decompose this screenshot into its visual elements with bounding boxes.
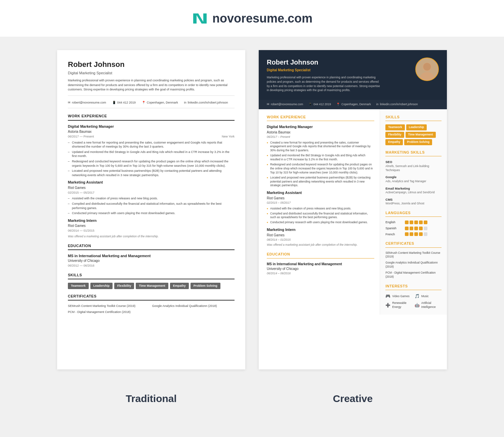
creative-phone: 📱 044 412 2019 [308, 103, 331, 107]
trad-location: 📍 Copenhagen, Denmark [142, 101, 178, 105]
trad-cert-2: Google Analytics Individual Qualificatio… [152, 304, 235, 308]
svg-marker-0 [193, 13, 207, 24]
trad-job3-title: Marketing Intern [68, 218, 235, 223]
email-icon: ✉ [68, 101, 71, 105]
trad-certs-title: CERTIFICATES [68, 294, 235, 301]
avatar [415, 57, 439, 81]
trad-job1-bullet-3: Redesigned and conducted keyword researc… [68, 159, 235, 168]
french-dots [405, 232, 427, 236]
trad-contact: ✉ robert@novoresume.com 📱 044 412 2019 📍… [68, 101, 235, 109]
creative-job2-bullets: Assisted with the creation of press rele… [267, 207, 374, 225]
trad-job3-note: Was offered a marketing assistant job af… [68, 235, 235, 239]
trad-education-1: MS in International Marketing and Manage… [68, 253, 235, 268]
location-icon: 📍 [336, 103, 340, 107]
dot [405, 221, 409, 224]
creative-cert-3: PCM - Digital Management Certification (… [385, 271, 442, 279]
trad-job2-bullets: Assisted with the creation of press rele… [68, 196, 235, 215]
logo-text: novoresume.com [212, 11, 312, 26]
trad-summary: Marketing professional with proven exper… [68, 78, 235, 96]
novoresume-logo-icon [192, 10, 208, 27]
dot [410, 232, 413, 236]
trad-skill-3: Flexibility [114, 283, 134, 289]
dot [414, 227, 418, 230]
creative-header-left: Robert Johnson Digital Marketing Special… [267, 57, 410, 92]
creative-skill-1: Teamwork [385, 124, 405, 130]
trad-skills-title: SKILLS [68, 273, 235, 279]
trad-skill-2: Leadership [90, 283, 113, 289]
dot [424, 232, 427, 236]
creative-marketing-skills: SEO Ahrefs, Semrush and Link-building Te… [385, 160, 442, 206]
language-french: French [385, 232, 442, 237]
interest-ai: 🤖 Artificial Intelligence [415, 301, 442, 309]
creative-work-section-title: WORK EXPERIENCE [267, 115, 374, 121]
creative-email: ✉ robert@novoresume.com [267, 103, 303, 107]
creative-edu-school: University of Chicago [267, 267, 374, 271]
email-icon: ✉ [267, 103, 269, 107]
trad-skill-5: Empathy [170, 283, 189, 289]
creative-cert-1: SEMrush Content Marketing Toolkit Course… [385, 251, 442, 259]
creative-linkedin: in linkedin.com/in/robert.johnson [376, 103, 418, 107]
creative-job3-company: Riot Games [267, 233, 374, 238]
creative-job3-title: Marketing Intern [267, 227, 374, 232]
interest-video-games: 🎮 Video Games [385, 293, 412, 299]
creative-job-3: Marketing Intern Riot Games 08/2014 – 01… [267, 227, 374, 247]
phone-icon: 📱 [112, 101, 116, 105]
dot [424, 221, 427, 224]
avatar-image [416, 57, 438, 81]
dot [405, 227, 409, 230]
creative-label: Creative [259, 393, 447, 404]
dot [419, 232, 423, 236]
language-english: English [385, 220, 442, 225]
trad-job2-bullet-2: Compiled and distributed successfully th… [68, 202, 235, 210]
creative-mktg-4: CMS WordPress, Joomla and Ghost [385, 197, 442, 206]
creative-skill-4: Time Management [406, 132, 436, 138]
creative-job1-dates: 06/2017 – Present [267, 135, 374, 139]
trad-job1-bullet-4: Located and proposed new potential busin… [68, 169, 235, 177]
main-content: Robert Johnson Digital Marketing Special… [0, 37, 504, 383]
creative-job2-bullet-2: Compiled and distributed successfully th… [267, 212, 374, 220]
trad-job-title: Digital Marketing Specialist [68, 71, 235, 76]
creative-summary: Marketing professional with proven exper… [267, 75, 381, 92]
trad-job2-bullet-3: Conducted primary research with users pl… [68, 211, 235, 215]
trad-job3-dates: 06/2014 — 01/2015 [68, 229, 235, 233]
trad-job1-company: Astoria Baumax [68, 129, 235, 134]
trad-cert-3: PCM - Digital Management Certification (… [68, 310, 151, 314]
trad-name: Robert Johnson [68, 59, 235, 70]
dot [410, 227, 413, 230]
creative-left-column: WORK EXPERIENCE Digital Marketing Manage… [259, 109, 380, 315]
traditional-resume: Robert Johnson Digital Marketing Special… [57, 50, 245, 369]
linkedin-icon: in [376, 103, 379, 107]
trad-linkedin: in linkedin.com/in/robert.johnson [184, 101, 228, 105]
creative-location: 📍 Copenhagen, Denmark [336, 103, 371, 107]
interest-music: 🎵 Music [415, 293, 442, 299]
dot [410, 221, 413, 224]
creative-skill-5: Empathy [385, 139, 403, 145]
trad-job-1: Digital Marketing Manager Astoria Baumax… [68, 124, 235, 177]
ai-icon: 🤖 [415, 303, 420, 308]
trad-job-3: Marketing Intern Riot Games 06/2014 — 01… [68, 218, 235, 239]
trad-edu-dates: 06/2012 — 06/2016 [68, 264, 235, 268]
trad-job2-title: Marketing Assistant [68, 180, 235, 185]
creative-interests-title: INTERESTS [385, 284, 442, 290]
creative-job2-bullet-3: Conducted primary research with users pl… [267, 221, 374, 225]
bottom-labels: Traditional Creative [0, 383, 504, 418]
page-header: novoresume.com [0, 0, 504, 37]
creative-name: Robert Johnson [267, 57, 410, 67]
dot [414, 221, 418, 224]
creative-job1-bullet-1: Created a new format for reporting and p… [267, 141, 374, 153]
creative-body: WORK EXPERIENCE Digital Marketing Manage… [259, 109, 447, 315]
creative-interests: 🎮 Video Games 🎵 Music ➕ Renewable Energy… [385, 293, 442, 309]
trad-education-title: EDUCATION [68, 243, 235, 250]
trad-cert-1: SEMrush Content Marketing Toolkit Course… [68, 304, 151, 308]
creative-languages: English Spanish [385, 220, 442, 236]
creative-education-1: MS in International Marketing and Manage… [267, 262, 374, 276]
trad-work-section-title: WORK EXPERIENCE [68, 114, 235, 120]
creative-job3-dates: 08/2014 – 01/2015 [267, 238, 374, 242]
video-games-icon: 🎮 [385, 293, 390, 299]
creative-mktg-2: Google Ads, Analytics and Tag Manager [385, 175, 442, 183]
trad-job1-bullet-2: Updated and monitored the Bid Strategy i… [68, 150, 235, 158]
creative-job1-bullet-4: Located and proposed new potential busin… [267, 176, 374, 188]
creative-job2-company: Riot Games [267, 196, 374, 201]
creative-resume: Robert Johnson Digital Marketing Special… [259, 50, 447, 369]
logo[interactable]: novoresume.com [192, 10, 312, 27]
